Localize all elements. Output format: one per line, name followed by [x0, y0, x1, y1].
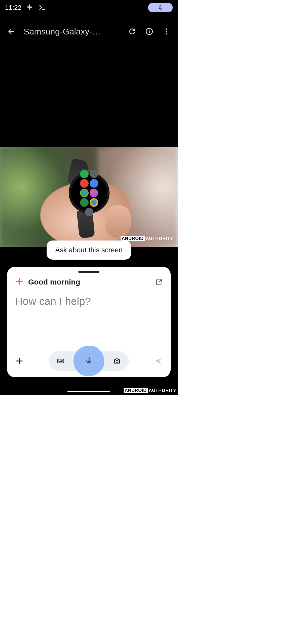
- phone-screenshot: 11:22 Samsung-Galaxy-…: [0, 0, 178, 395]
- assistant-mic-pill[interactable]: [148, 3, 173, 12]
- drag-handle[interactable]: [78, 271, 99, 273]
- photo-viewer-appbar: Samsung-Galaxy-…: [0, 23, 178, 40]
- svg-point-2: [166, 31, 167, 32]
- voice-input-button[interactable]: [74, 346, 104, 376]
- add-button[interactable]: [15, 357, 24, 365]
- svg-point-5: [116, 360, 118, 363]
- camera-icon[interactable]: [113, 357, 121, 365]
- watch-face: [69, 173, 109, 213]
- back-arrow-icon[interactable]: [7, 27, 16, 36]
- svg-point-1: [166, 29, 167, 30]
- status-bar: 11:22: [0, 0, 178, 15]
- keyboard-icon[interactable]: [56, 357, 65, 365]
- rotate-icon[interactable]: [128, 27, 136, 36]
- info-icon[interactable]: [145, 27, 154, 36]
- prompt-placeholder[interactable]: How can I help?: [15, 295, 163, 307]
- greeting-text: Good morning: [28, 278, 80, 286]
- svg-point-3: [166, 33, 167, 34]
- gesture-nav-bar[interactable]: [67, 391, 110, 392]
- gemini-spark-icon: [15, 277, 24, 287]
- screenshot-watermark: ANDROIDAUTHORITY: [124, 388, 176, 393]
- terminal-icon: [38, 3, 47, 12]
- more-icon[interactable]: [162, 27, 171, 36]
- assistant-toolbar: [15, 351, 163, 371]
- photo-watermark: ANDROIDAUTHORITY: [121, 236, 173, 241]
- send-button[interactable]: [154, 357, 163, 365]
- pinwheel-icon: [25, 3, 34, 12]
- svg-rect-4: [58, 359, 64, 363]
- assistant-sheet: Good morning How can I help?: [7, 267, 171, 377]
- file-title: Samsung-Galaxy-…: [24, 27, 122, 36]
- watch-photo[interactable]: ANDROIDAUTHORITY: [0, 147, 178, 247]
- ask-chip-label: Ask about this screen: [55, 246, 123, 254]
- status-time: 11:22: [5, 4, 21, 12]
- input-mode-pill: [49, 351, 129, 371]
- open-external-icon[interactable]: [155, 278, 163, 286]
- ask-about-screen-chip[interactable]: Ask about this screen: [47, 240, 131, 260]
